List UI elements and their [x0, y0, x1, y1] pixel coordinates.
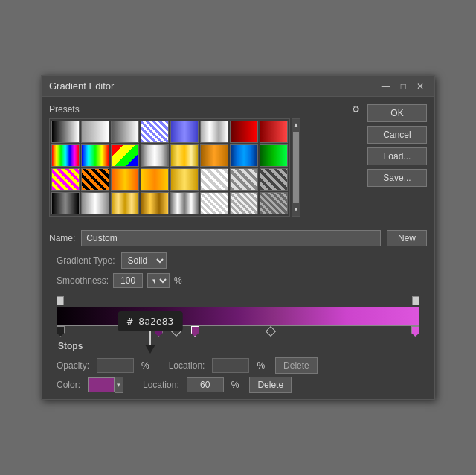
midpoint-diamond2[interactable]: [266, 326, 276, 337]
delete-button-color[interactable]: Delete: [249, 377, 292, 393]
gear-icon[interactable]: ⚙: [352, 104, 360, 115]
color-row: Color: ▾ Location: % Delete: [57, 377, 419, 393]
preset-swatch[interactable]: [170, 121, 199, 143]
presets-grid-container: ▲ ▼: [49, 118, 360, 217]
scroll-up-icon[interactable]: ▲: [293, 121, 299, 130]
name-input[interactable]: [81, 230, 381, 246]
smoothness-unit-select[interactable]: ▾: [147, 273, 170, 288]
location-label2: Location:: [143, 380, 179, 390]
color-stop-pink[interactable]: [411, 326, 419, 337]
name-row: Name: New: [49, 230, 427, 246]
presets-scrollbar[interactable]: ▲ ▼: [292, 118, 300, 217]
preset-swatch[interactable]: [141, 192, 169, 214]
restore-button[interactable]: □: [398, 81, 409, 92]
preset-swatch[interactable]: [200, 168, 228, 191]
tooltip-container: # 8a2e83: [145, 324, 155, 354]
smoothness-percent: %: [174, 275, 182, 286]
main-content: Presets ⚙: [42, 97, 434, 224]
preset-swatch[interactable]: [81, 144, 109, 167]
preset-swatch[interactable]: [51, 121, 80, 143]
presets-label: Presets: [49, 104, 80, 115]
app-background: Gradient Editor — □ ✕ Presets ⚙: [41, 75, 435, 400]
preset-swatch[interactable]: [200, 144, 228, 167]
preset-swatch[interactable]: [260, 168, 288, 191]
preset-swatch[interactable]: [200, 192, 228, 214]
preset-swatch[interactable]: [230, 144, 258, 167]
presets-grid: [49, 118, 290, 217]
presets-header: Presets ⚙: [49, 104, 360, 115]
color-stops-row: [57, 326, 419, 338]
color-stop-black[interactable]: [57, 326, 65, 337]
gradient-type-select[interactable]: Solid Noise: [121, 252, 167, 269]
location-input1[interactable]: [212, 358, 249, 373]
preset-swatch[interactable]: [111, 121, 139, 143]
preset-swatch[interactable]: [230, 121, 258, 143]
name-label: Name:: [49, 233, 75, 243]
opacity-stop-left[interactable]: [57, 296, 64, 305]
load-button[interactable]: Load...: [367, 147, 427, 165]
preset-swatch[interactable]: [141, 168, 169, 191]
opacity-stop-right[interactable]: [412, 296, 419, 305]
smoothness-label: Smoothness:: [57, 275, 109, 286]
new-button[interactable]: New: [387, 230, 427, 246]
opacity-stops-row: [57, 296, 419, 306]
location-label1: Location:: [169, 360, 205, 371]
gradient-bar[interactable]: [57, 307, 419, 326]
dialog-title: Gradient Editor: [49, 80, 114, 92]
preset-swatch[interactable]: [81, 168, 109, 191]
preset-swatch[interactable]: [111, 144, 139, 167]
right-panel: OK Cancel Load... Save...: [367, 104, 427, 217]
opacity-percent: %: [141, 360, 149, 371]
scroll-down-icon[interactable]: ▼: [293, 205, 299, 214]
title-bar: Gradient Editor — □ ✕: [42, 76, 434, 97]
preset-swatch[interactable]: [51, 192, 80, 214]
preset-swatch[interactable]: [111, 168, 139, 191]
preset-swatch[interactable]: [170, 168, 199, 191]
smoothness-row: Smoothness: ▾ %: [49, 273, 427, 288]
tooltip-arrow-head: [145, 345, 155, 354]
bottom-section: Name: New Gradient Type: Solid Noise Smo…: [42, 224, 434, 399]
preset-swatch[interactable]: [81, 192, 109, 214]
delete-button-opacity[interactable]: Delete: [275, 357, 318, 374]
stops-label: Stops: [57, 341, 419, 351]
gradient-type-row: Gradient Type: Solid Noise: [49, 252, 427, 269]
gradient-editor-dialog: Gradient Editor — □ ✕ Presets ⚙: [41, 75, 435, 400]
preset-swatch[interactable]: [260, 192, 288, 214]
preset-swatch[interactable]: [170, 192, 199, 214]
save-button[interactable]: Save...: [367, 169, 427, 187]
left-panel: Presets ⚙: [49, 104, 360, 217]
color-field-label: Color:: [57, 380, 80, 390]
color-stop-purple-active[interactable]: [191, 326, 199, 337]
location-percent2: %: [231, 380, 239, 390]
scrollbar-thumb[interactable]: [293, 132, 299, 203]
preset-swatch[interactable]: [260, 121, 288, 143]
title-bar-controls: — □ ✕: [379, 81, 427, 92]
preset-swatch[interactable]: [111, 192, 139, 214]
cancel-button[interactable]: Cancel: [367, 126, 427, 144]
color-swatch-button[interactable]: ▾: [88, 377, 123, 393]
opacity-value-input[interactable]: [97, 358, 134, 373]
preset-swatch[interactable]: [141, 144, 169, 167]
opacity-field-label: Opacity:: [57, 360, 89, 371]
color-tooltip: # 8a2e83: [118, 311, 183, 331]
swatch-dropdown-icon[interactable]: ▾: [115, 377, 123, 393]
preset-swatch[interactable]: [51, 144, 80, 167]
gradient-type-label: Gradient Type:: [57, 255, 115, 266]
minimize-button[interactable]: —: [379, 81, 393, 92]
close-button[interactable]: ✕: [414, 81, 427, 92]
preset-swatch[interactable]: [51, 168, 80, 191]
preset-swatch[interactable]: [230, 192, 258, 214]
gradient-bar-section: Stops Opacity: % Location: % Delete Colo…: [57, 296, 419, 393]
preset-swatch[interactable]: [230, 168, 258, 191]
location-input2[interactable]: [187, 377, 224, 392]
opacity-row: Opacity: % Location: % Delete: [57, 357, 419, 374]
color-swatch: [88, 377, 115, 392]
preset-swatch[interactable]: [200, 121, 228, 143]
preset-swatch[interactable]: [81, 121, 109, 143]
smoothness-input[interactable]: [113, 273, 143, 288]
ok-button[interactable]: OK: [367, 104, 427, 122]
location-percent1: %: [257, 360, 265, 371]
preset-swatch[interactable]: [170, 144, 199, 167]
preset-swatch[interactable]: [141, 121, 169, 143]
preset-swatch[interactable]: [260, 144, 288, 167]
